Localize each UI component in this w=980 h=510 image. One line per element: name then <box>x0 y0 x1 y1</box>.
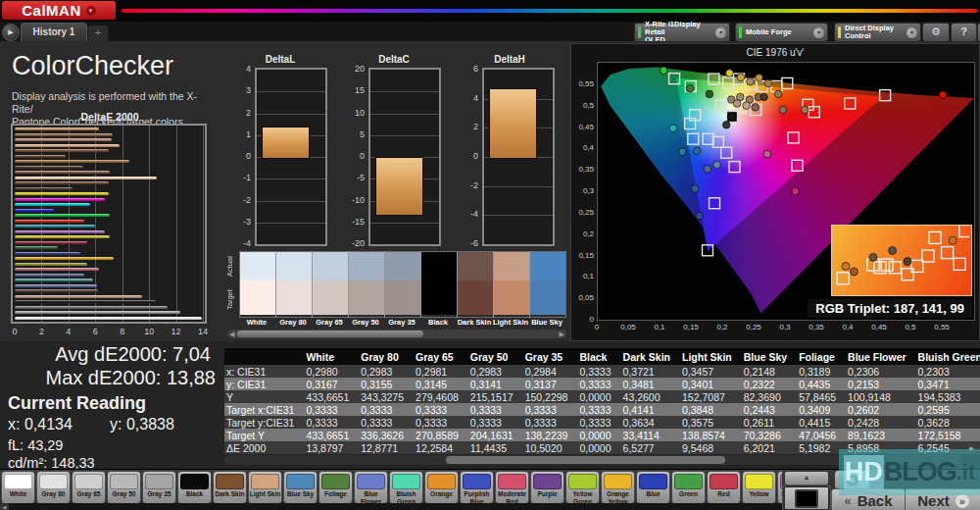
inset-target-square <box>954 258 965 270</box>
patch-button-label: Blue Sky <box>284 489 317 503</box>
meter-selector[interactable]: X-Rite i1Display Retail OLED ▾ <box>634 23 730 42</box>
patch-button-gray-80[interactable]: Gray 80 <box>36 471 71 503</box>
patch-button-gray-50[interactable]: Gray 50 <box>107 471 141 503</box>
deltae-x-tick: 10 <box>144 327 154 336</box>
mini-gridline <box>370 114 439 115</box>
table-cell: 0,3333 <box>468 416 523 429</box>
patch-color-chip <box>745 474 773 489</box>
cie-x-tick: 0,1 <box>654 323 664 332</box>
deltae-bar <box>15 252 80 255</box>
cie-measured-point <box>728 113 736 121</box>
deltae-bar <box>15 279 93 281</box>
patch-label: Gray 65 <box>311 318 348 327</box>
scroll-right-icon[interactable]: ▶ <box>560 330 564 338</box>
strip-scrollbar[interactable]: ◀▶ <box>227 330 566 338</box>
mini-bar <box>375 157 424 216</box>
patch-button-gray-65[interactable]: Gray 65 <box>72 471 106 503</box>
expand-panel-button[interactable]: ▲ <box>784 471 829 485</box>
tab-history-1[interactable]: History 1 <box>21 23 87 42</box>
patch-button-moderate-red[interactable]: Moderate Red <box>495 471 529 503</box>
cie-measured-point <box>775 90 783 98</box>
scroll-left-icon[interactable]: ◀ <box>229 330 234 338</box>
mini-y-tick: -6 <box>459 238 478 248</box>
settings-button[interactable]: ⚙ <box>922 23 950 42</box>
mini-gridline <box>370 91 439 92</box>
deltae-bar <box>15 306 168 309</box>
table-scrollbar-thumb[interactable] <box>446 456 726 464</box>
patch-color-chip <box>251 474 279 489</box>
cie-measured-point <box>779 106 787 114</box>
patch-button-bluish-green[interactable]: Bluish Green <box>389 471 423 503</box>
table-cell: 204,1631 <box>468 429 523 441</box>
patch-button-blue-flower[interactable]: Blue Flower <box>354 471 388 503</box>
table-row: Target Y433,6651336,3626270,8589204,1631… <box>224 429 980 441</box>
patch-button-blue-sky[interactable]: Blue Sky <box>283 471 318 503</box>
table-row: Target x:CIE310,33330,33330,33330,33330,… <box>224 403 980 416</box>
deltae-x-tick: 2 <box>39 327 44 336</box>
cie-x-tick: 0,55 <box>934 323 950 332</box>
chevron-double-left-icon: « <box>844 493 851 508</box>
patch-color-chip <box>427 474 456 489</box>
help-button[interactable]: ? <box>951 23 977 42</box>
patch-button-black[interactable]: Black <box>177 471 212 503</box>
table-cell: 0,3333 <box>359 416 414 429</box>
table-cell: 0,3333 <box>359 403 414 416</box>
mini-y-tick: -4 <box>231 238 251 248</box>
mini-plot-area <box>368 68 441 246</box>
display-control-selector[interactable]: Direct Display Control ▾ <box>834 23 921 42</box>
patch-button-label: Dark Skin <box>214 489 246 503</box>
patch-color-chip <box>463 474 491 489</box>
strip-scrollbar-thumb[interactable] <box>237 331 423 337</box>
patch-button-yellow-green[interactable]: Yellow Green <box>565 471 600 503</box>
cie-x-tick: 0,25 <box>746 323 761 332</box>
patch-actual-color <box>240 252 275 280</box>
top-bar: CalMAN ▾ <box>0 0 980 22</box>
patch-button-purple[interactable]: Purple <box>530 471 564 503</box>
calman-logo-menu[interactable]: CalMAN ▾ <box>2 1 116 20</box>
add-tab-button[interactable]: + <box>88 26 108 41</box>
mini-y-tick: -3 <box>231 217 251 227</box>
mini-plot-area <box>482 68 555 246</box>
pattern-window-button[interactable] <box>782 484 831 510</box>
table-cell: 0,4141 <box>621 403 680 416</box>
patch-color-chip <box>145 474 173 489</box>
inset-target-square <box>922 250 934 262</box>
source-selector[interactable]: Mobile Forge ▾ <box>735 23 828 42</box>
patch-target-color <box>349 280 384 315</box>
cie-inset-markers <box>832 226 969 293</box>
cie-measured-point <box>743 102 751 110</box>
cie-target-square <box>723 77 734 88</box>
patch-button-white[interactable]: White <box>1 471 35 503</box>
patch-button-gray-35[interactable]: Gray 35 <box>142 471 176 503</box>
table-cell: 343,3275 <box>359 390 414 403</box>
patch-label: White <box>238 318 275 327</box>
inset-target-square <box>874 262 886 274</box>
table-cell: 70,3286 <box>742 429 797 441</box>
patch-button-green[interactable]: Green <box>671 471 706 503</box>
patch-bar-scrollbar[interactable]: ◀ ▶ <box>0 503 875 510</box>
patch-button-light-skin[interactable]: Light Skin <box>248 471 282 503</box>
table-cell: 0,2981 <box>414 365 468 378</box>
patch-button-foliage[interactable]: Foliage <box>318 471 353 503</box>
history-menu-button[interactable]: ▶ <box>2 24 20 41</box>
table-cell: 100,9148 <box>846 390 916 403</box>
patch-button-purplish-blue[interactable]: Purplish Blue <box>460 471 494 503</box>
patch-button-dark-skin[interactable]: Dark Skin <box>213 471 247 503</box>
scroll-left-icon[interactable]: ◀ <box>0 503 9 510</box>
cie-target-square <box>880 90 891 101</box>
deltae-bar <box>15 192 109 195</box>
patch-button-orange-yellow[interactable]: Orange Yellow <box>601 471 635 503</box>
patch-button-label: Gray 80 <box>37 489 70 503</box>
table-cell: 433,6651 <box>304 390 359 403</box>
patch-button-yellow[interactable]: Yellow <box>742 471 776 503</box>
deltah-chart: DeltaH6420-2-4-6 <box>459 54 561 250</box>
patch-button-blue[interactable]: Blue <box>636 471 670 503</box>
patch-button-red[interactable]: Red <box>707 471 741 503</box>
patch-button-orange[interactable]: Orange <box>424 471 459 503</box>
deltae-bar <box>15 220 84 223</box>
cie-measured-point <box>763 150 771 158</box>
table-cell: 0,3145 <box>414 378 468 390</box>
mini-y-tick: 15 <box>345 85 365 95</box>
cie-target-square <box>710 198 720 209</box>
target-row-label: Target <box>225 282 238 318</box>
